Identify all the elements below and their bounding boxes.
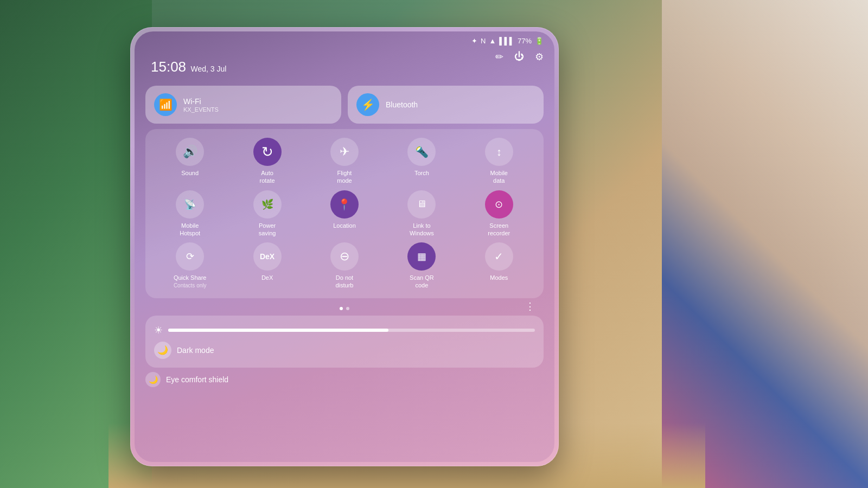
power-saving-icon: 🌿 bbox=[253, 190, 282, 219]
modes-tile[interactable]: ✓ Modes bbox=[463, 242, 535, 290]
bluetooth-icon-circle: ⚡ bbox=[356, 93, 379, 116]
flight-mode-icon: ✈ bbox=[330, 138, 359, 166]
link-windows-icon: 🖥 bbox=[407, 190, 436, 219]
mobile-data-icon: ↕ bbox=[485, 138, 513, 166]
pagination-row: ⋮ bbox=[145, 303, 544, 310]
torch-tile[interactable]: 🔦 Torch bbox=[386, 138, 457, 185]
auto-rotate-tile[interactable]: ↻ Autorotate bbox=[231, 138, 303, 185]
battery-icon: 🔋 bbox=[535, 37, 544, 45]
mobile-hotspot-label: MobileHotspot bbox=[180, 222, 200, 237]
quick-tiles-panel: 📶 Wi-Fi KX_EVENTS ⚡ Bluetooth bbox=[145, 86, 544, 387]
bluetooth-label: Bluetooth bbox=[386, 100, 418, 110]
dnd-icon: ⊖ bbox=[330, 242, 359, 271]
location-label: Location bbox=[333, 222, 356, 229]
bluetooth-symbol: ⚡ bbox=[361, 98, 375, 111]
mobile-data-tile[interactable]: ↕ Mobiledata bbox=[463, 138, 535, 185]
screen-recorder-tile[interactable]: ⊙ Screenrecorder bbox=[463, 190, 535, 237]
dnd-tile[interactable]: ⊖ Do notdisturb bbox=[309, 242, 380, 290]
modes-label: Modes bbox=[490, 274, 508, 281]
battery-label: 77% bbox=[518, 37, 532, 45]
eye-comfort-icon: 🌙 bbox=[145, 372, 161, 387]
power-saving-label: Powersaving bbox=[259, 222, 276, 237]
location-icon: 📍 bbox=[330, 190, 359, 219]
power-saving-tile[interactable]: 🌿 Powersaving bbox=[231, 190, 303, 237]
sound-tile[interactable]: 🔊 Sound bbox=[154, 138, 226, 185]
location-tile[interactable]: 📍 Location bbox=[309, 190, 380, 237]
top-tile-row: 📶 Wi-Fi KX_EVENTS ⚡ Bluetooth bbox=[145, 86, 544, 124]
flight-mode-label: Flightmode bbox=[337, 169, 352, 185]
moon-icon: 🌙 bbox=[154, 342, 171, 359]
nfc-icon: N bbox=[481, 37, 486, 45]
sound-icon: 🔊 bbox=[176, 138, 204, 166]
edit-icon[interactable]: ✏ bbox=[495, 51, 503, 63]
link-windows-label: Link toWindows bbox=[410, 222, 434, 237]
time-display: 15:08 bbox=[151, 59, 186, 75]
dot-1 bbox=[340, 307, 343, 310]
screen-recorder-icon: ⊙ bbox=[485, 190, 513, 219]
modes-icon: ✓ bbox=[485, 242, 513, 271]
three-dot-menu[interactable]: ⋮ bbox=[525, 300, 535, 312]
screen-recorder-label: Screenrecorder bbox=[488, 222, 510, 237]
power-icon[interactable]: ⏻ bbox=[514, 51, 524, 63]
sound-label: Sound bbox=[181, 169, 199, 177]
signal-icon: ▌▌▌ bbox=[499, 37, 514, 45]
header-controls: ✏ ⏻ ⚙ bbox=[495, 51, 544, 63]
quick-share-icon: ⟳ bbox=[176, 242, 204, 271]
flight-mode-tile[interactable]: ✈ Flightmode bbox=[309, 138, 380, 185]
dex-icon: DeX bbox=[253, 242, 282, 271]
brightness-row: ☀ bbox=[154, 324, 535, 336]
dex-label: DeX bbox=[261, 274, 273, 281]
date-display: Wed, 3 Jul bbox=[191, 65, 227, 73]
scan-qr-label: Scan QRcode bbox=[410, 274, 434, 290]
auto-rotate-label: Autorotate bbox=[260, 169, 275, 185]
dnd-label: Do notdisturb bbox=[335, 274, 353, 290]
torch-icon: 🔦 bbox=[407, 138, 436, 166]
settings-icon[interactable]: ⚙ bbox=[535, 51, 544, 63]
dex-tile[interactable]: DeX DeX bbox=[231, 242, 303, 290]
wifi-icon: ▲ bbox=[489, 37, 496, 45]
auto-rotate-icon: ↻ bbox=[253, 138, 282, 166]
mobile-hotspot-tile[interactable]: 📡 MobileHotspot bbox=[154, 190, 226, 237]
wifi-label: Wi-Fi bbox=[183, 97, 219, 106]
dark-mode-row: 🌙 Dark mode bbox=[154, 342, 535, 359]
quick-share-label: Quick ShareContacts only bbox=[174, 274, 207, 290]
phone-body: ✦ N ▲ ▌▌▌ 77% 🔋 ✏ ⏻ ⚙ 15:08 Wed, 3 Jul bbox=[130, 27, 559, 466]
bg-right-objects bbox=[662, 0, 868, 488]
eye-comfort-label[interactable]: Eye comfort shield bbox=[166, 375, 228, 384]
eye-comfort-row: 🌙 Eye comfort shield bbox=[145, 372, 544, 387]
bottom-settings-panel: ☀ 🌙 Dark mode bbox=[145, 316, 544, 368]
wifi-info: Wi-Fi KX_EVENTS bbox=[183, 97, 219, 113]
screen: ✦ N ▲ ▌▌▌ 77% 🔋 ✏ ⏻ ⚙ 15:08 Wed, 3 Jul bbox=[135, 31, 554, 462]
dark-mode-label[interactable]: Dark mode bbox=[177, 346, 214, 355]
brightness-bar[interactable] bbox=[168, 329, 535, 332]
link-windows-tile[interactable]: 🖥 Link toWindows bbox=[386, 190, 457, 237]
datetime: 15:08 Wed, 3 Jul bbox=[151, 59, 226, 75]
torch-label: Torch bbox=[414, 169, 429, 177]
wifi-network: KX_EVENTS bbox=[183, 106, 219, 113]
quick-share-tile[interactable]: ⟳ Quick ShareContacts only bbox=[154, 242, 226, 290]
mobile-hotspot-icon: 📡 bbox=[176, 190, 204, 219]
sun-icon: ☀ bbox=[154, 324, 163, 336]
wifi-tile[interactable]: 📶 Wi-Fi KX_EVENTS bbox=[145, 86, 341, 124]
mobile-data-label: Mobiledata bbox=[490, 169, 508, 185]
status-bar: ✦ N ▲ ▌▌▌ 77% 🔋 bbox=[471, 37, 544, 45]
scan-qr-tile[interactable]: ▦ Scan QRcode bbox=[386, 242, 457, 290]
bluetooth-icon: ✦ bbox=[471, 37, 477, 45]
wifi-icon-circle: 📶 bbox=[154, 93, 177, 116]
wifi-symbol: 📶 bbox=[159, 98, 173, 111]
phone-container: ✦ N ▲ ▌▌▌ 77% 🔋 ✏ ⏻ ⚙ 15:08 Wed, 3 Jul bbox=[125, 16, 570, 472]
brightness-fill bbox=[168, 329, 388, 332]
scan-qr-icon: ▦ bbox=[407, 242, 436, 271]
dot-2 bbox=[346, 307, 349, 310]
bluetooth-tile[interactable]: ⚡ Bluetooth bbox=[348, 86, 544, 124]
quick-settings-grid: 🔊 Sound ↻ Autorotate ✈ Flightmode bbox=[145, 129, 544, 298]
pagination-dots bbox=[340, 307, 349, 310]
